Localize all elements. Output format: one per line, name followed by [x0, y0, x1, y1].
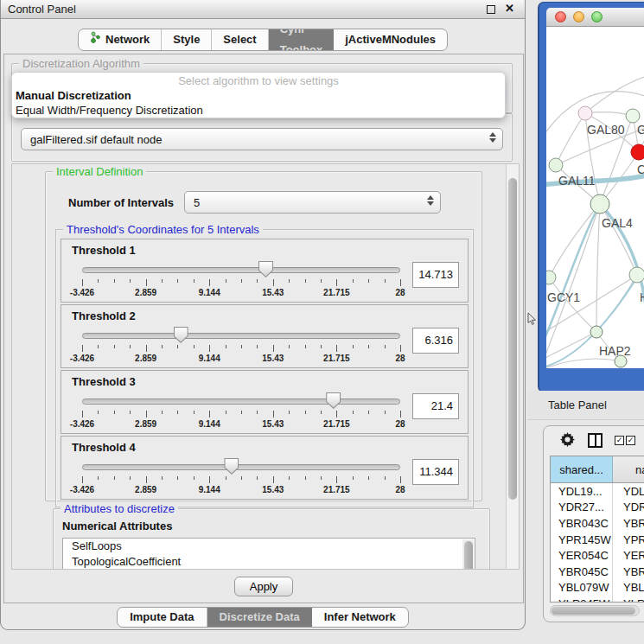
float-window-icon[interactable]	[487, 5, 495, 14]
tick-mark	[146, 345, 147, 352]
table-row[interactable]: YPR145WYPR1	[551, 532, 644, 548]
zoom-light[interactable]	[591, 11, 603, 22]
threshold-value-field[interactable]: 11.344	[412, 459, 459, 485]
slider-thumb-icon[interactable]	[174, 327, 188, 343]
interval-definition-group: Interval Definition Number of Intervals …	[45, 171, 482, 501]
list-item[interactable]: SelfLoops	[63, 539, 475, 554]
network-edge[interactable]	[600, 204, 637, 275]
threshold-value-field[interactable]: 21.4	[412, 393, 459, 419]
number-of-intervals-combobox[interactable]: 5	[184, 191, 441, 214]
slider-track[interactable]	[82, 267, 400, 273]
cell-name: YPR1	[613, 532, 644, 548]
network-icon	[90, 29, 101, 50]
slider-thumb-icon[interactable]	[258, 261, 273, 277]
node-red[interactable]	[631, 144, 644, 160]
slider-track[interactable]	[82, 333, 400, 339]
network-edge[interactable]	[556, 113, 585, 165]
tab-jactivemnodules[interactable]: jActiveMNodules	[334, 29, 447, 50]
list-scrollbar-thumb[interactable]	[464, 541, 473, 570]
slider-track[interactable]	[82, 399, 400, 405]
node-gal80[interactable]	[578, 106, 592, 120]
table-row[interactable]: YBR045CYBR0	[551, 564, 644, 580]
tick-mark	[177, 476, 178, 480]
network-edge[interactable]	[549, 204, 600, 277]
close-light[interactable]	[555, 11, 566, 22]
panel-scrollbar-thumb[interactable]	[508, 178, 517, 500]
list-item[interactable]: TopologicalCoefficient	[63, 554, 475, 570]
table-row[interactable]: YDL19...YDL1	[551, 483, 644, 500]
tab-infer-network[interactable]: Infer Network	[312, 608, 408, 627]
table-row[interactable]: YBL079WYBL0	[551, 580, 644, 596]
dropdown-option-manual[interactable]: Manual Discretization	[12, 89, 505, 104]
network-edge[interactable]	[546, 359, 621, 368]
table-row[interactable]: YBR043CYBR0	[551, 515, 644, 532]
node-label-gal4: GAL4	[602, 216, 633, 230]
tick-mark	[241, 411, 242, 414]
close-icon[interactable]: ✕	[505, 2, 514, 15]
node-gal11[interactable]	[549, 158, 563, 172]
checkbox-icon[interactable]: ✓	[626, 436, 635, 445]
stepper-icon[interactable]	[427, 195, 434, 206]
threshold-slider[interactable]: -3.4262.8599.14415.4321.71528	[82, 391, 400, 432]
list-scrollbar[interactable]	[462, 539, 474, 570]
threshold-slider[interactable]: -3.4262.8599.14415.4321.71528	[82, 456, 400, 498]
threshold-slider[interactable]: -3.4262.8599.14415.4321.71528	[82, 325, 400, 367]
column-header-shared-name[interactable]: shared...	[551, 456, 613, 482]
threshold-slider[interactable]: -3.4262.8599.14415.4321.71528	[82, 259, 400, 301]
network-canvas[interactable]: GAL80GACGAL11GAL4GCY1HHAP2	[546, 27, 644, 368]
slider-thumb-icon[interactable]	[326, 392, 341, 409]
stepper-icon[interactable]	[489, 132, 496, 143]
tab-select[interactable]: Select	[212, 29, 268, 50]
node-gcy1[interactable]	[546, 271, 556, 284]
threshold-value-field[interactable]: 14.713	[412, 262, 459, 288]
table-row[interactable]: YER054CYER0	[551, 547, 644, 564]
node[interactable]	[626, 109, 640, 123]
threshold-label: Threshold 2	[72, 309, 459, 322]
threshold-label: Threshold 3	[72, 375, 459, 388]
slider-track[interactable]	[82, 464, 400, 470]
node-gal4[interactable]	[590, 194, 609, 214]
network-edge[interactable]	[546, 275, 637, 334]
checkbox-icon[interactable]: ✓	[615, 436, 624, 445]
dropdown-option-equal-width[interactable]: Equal Width/Frequency Discretization	[12, 104, 505, 118]
gear-icon[interactable]	[559, 432, 576, 449]
cell-shared-name: YLR345W	[551, 596, 613, 603]
tab-label: Network	[105, 29, 150, 50]
tab-network[interactable]: Network	[79, 29, 162, 50]
slider-thumb-icon[interactable]	[224, 458, 239, 475]
panel-scrollbar[interactable]	[506, 164, 519, 569]
split-columns-icon[interactable]	[588, 433, 603, 448]
column-header-name[interactable]: na...	[613, 456, 644, 482]
table-row[interactable]: YLR345WYLR3	[551, 596, 644, 603]
control-panel-window: Control Panel ✕ NetworkStyleSelectCyni T…	[0, 0, 526, 630]
network-edge[interactable]	[546, 332, 596, 360]
tick-label: 2.859	[135, 419, 156, 429]
network-edge[interactable]	[596, 204, 600, 332]
cell-shared-name: YBR043C	[551, 515, 613, 532]
table-row[interactable]: YDR27...YDR2	[551, 500, 644, 516]
network-edge[interactable]	[585, 75, 644, 113]
threshold-label: Threshold 4	[72, 441, 459, 454]
tab-cyni-toolbox[interactable]: Cyni Toolbox	[269, 29, 335, 50]
tick-mark	[385, 279, 386, 283]
apply-button[interactable]: Apply	[234, 577, 293, 596]
table-hscrollbar-thumb[interactable]	[552, 607, 635, 615]
column-checkboxes[interactable]: ✓ ✓	[615, 436, 635, 445]
node[interactable]	[629, 267, 644, 283]
tab-impute-data[interactable]: Impute Data	[118, 608, 207, 627]
tick-mark	[194, 411, 194, 414]
network-edge[interactable]	[546, 204, 600, 364]
number-of-intervals-label: Number of Intervals	[68, 196, 174, 209]
tick-mark	[273, 411, 274, 418]
table-horizontal-scrollbar[interactable]	[550, 605, 640, 616]
node-hap2[interactable]	[590, 326, 603, 338]
table-data-combobox[interactable]: galFiltered.sif default node	[21, 128, 503, 150]
minimize-light[interactable]	[573, 11, 584, 22]
tab-style[interactable]: Style	[162, 29, 212, 50]
tick-label: 2.859	[135, 288, 156, 297]
apply-row: Apply	[4, 570, 523, 603]
threshold-value-field[interactable]: 6.316	[412, 328, 459, 354]
tick-mark	[289, 345, 290, 348]
node-label-c: C	[637, 163, 644, 176]
tab-discretize-data[interactable]: Discretize Data	[207, 608, 312, 627]
